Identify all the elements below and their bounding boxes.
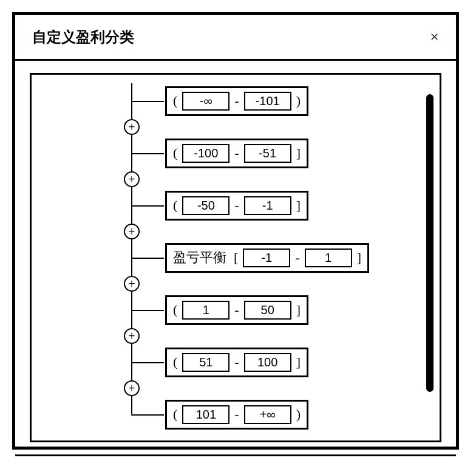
dialog-footer: 取消 确定 bbox=[15, 454, 456, 466]
dialog: 自定义盈利分类 × ( -∞ - -101 ) bbox=[12, 12, 459, 450]
range-box: ( 1 - 50 ] bbox=[165, 295, 308, 325]
close-bracket: ) bbox=[296, 406, 301, 422]
add-range-button[interactable]: + bbox=[124, 328, 140, 344]
open-bracket: ( bbox=[173, 145, 177, 161]
plus-icon: + bbox=[128, 330, 135, 342]
range-to-input[interactable]: 50 bbox=[244, 301, 291, 320]
range-to-input[interactable]: 100 bbox=[244, 353, 291, 372]
tree-connector bbox=[131, 153, 164, 154]
range-tree: ( -∞ - -101 ) + ( -100 - bbox=[107, 83, 413, 432]
range-to-input[interactable]: -101 bbox=[244, 92, 291, 111]
range-from-input[interactable]: 1 bbox=[182, 301, 229, 320]
range-from-input[interactable]: 101 bbox=[182, 405, 229, 424]
range-dash: - bbox=[234, 302, 239, 318]
close-icon[interactable]: × bbox=[430, 28, 439, 46]
add-row: + bbox=[107, 118, 413, 135]
close-bracket: ) bbox=[296, 93, 301, 109]
range-from-input[interactable]: -50 bbox=[182, 196, 229, 215]
add-row: + bbox=[107, 171, 413, 188]
add-range-button[interactable]: + bbox=[124, 380, 140, 396]
range-row-breakeven: 盈亏平衡 [ -1 - 1 ] bbox=[107, 240, 413, 275]
open-bracket: ( bbox=[173, 354, 177, 370]
close-bracket: ] bbox=[296, 197, 301, 213]
range-from-input[interactable]: -1 bbox=[243, 248, 290, 267]
range-row: ( 1 - 50 ] bbox=[107, 292, 413, 327]
range-row: ( -∞ - -101 ) bbox=[107, 83, 413, 118]
dialog-body: ( -∞ - -101 ) + ( -100 - bbox=[15, 61, 456, 454]
range-dash: - bbox=[234, 354, 239, 370]
range-row: ( 51 - 100 ] bbox=[107, 344, 413, 380]
plus-icon: + bbox=[128, 173, 135, 185]
plus-icon: + bbox=[128, 121, 135, 133]
plus-icon: + bbox=[128, 382, 135, 394]
open-bracket: ( bbox=[173, 197, 177, 213]
range-from-input[interactable]: -∞ bbox=[182, 92, 229, 111]
open-bracket: [ bbox=[234, 250, 238, 266]
range-dash: - bbox=[234, 197, 239, 213]
scrollbar-thumb[interactable] bbox=[426, 94, 433, 392]
range-dash: - bbox=[234, 93, 239, 109]
range-box: 盈亏平衡 [ -1 - 1 ] bbox=[165, 243, 369, 273]
open-bracket: ( bbox=[173, 93, 177, 109]
dialog-title: 自定义盈利分类 bbox=[32, 27, 134, 47]
range-box: ( 51 - 100 ] bbox=[165, 348, 308, 377]
plus-icon: + bbox=[128, 225, 135, 238]
range-row: ( -100 - -51 ] bbox=[107, 135, 413, 171]
range-dash: - bbox=[295, 250, 299, 266]
titlebar: 自定义盈利分类 × bbox=[15, 15, 456, 61]
tree-connector bbox=[131, 362, 164, 363]
range-dash: - bbox=[234, 406, 239, 422]
range-to-input[interactable]: +∞ bbox=[244, 405, 291, 424]
close-bracket: ] bbox=[296, 354, 301, 370]
range-box: ( -50 - -1 ] bbox=[165, 191, 308, 221]
add-range-button[interactable]: + bbox=[124, 276, 140, 292]
range-box: ( -∞ - -101 ) bbox=[165, 86, 308, 116]
add-range-button[interactable]: + bbox=[124, 224, 140, 239]
open-bracket: ( bbox=[173, 302, 177, 318]
close-bracket: ] bbox=[296, 302, 301, 318]
range-from-input[interactable]: -100 bbox=[182, 144, 229, 163]
range-box: ( -100 - -51 ] bbox=[165, 139, 308, 168]
tree-connector bbox=[131, 310, 164, 311]
open-bracket: ( bbox=[173, 406, 177, 422]
add-row: + bbox=[107, 327, 413, 344]
close-bracket: ] bbox=[296, 145, 301, 161]
add-range-button[interactable]: + bbox=[124, 171, 140, 187]
close-bracket: ] bbox=[357, 250, 361, 266]
range-box: ( 101 - +∞ ) bbox=[165, 400, 308, 430]
tree-connector bbox=[131, 205, 164, 207]
breakeven-label: 盈亏平衡 bbox=[173, 248, 226, 267]
range-to-input[interactable]: 1 bbox=[305, 248, 352, 267]
add-row: + bbox=[107, 275, 413, 292]
add-range-button[interactable]: + bbox=[124, 119, 140, 135]
tree-connector bbox=[131, 258, 164, 259]
tree-connector bbox=[131, 414, 164, 416]
range-row: ( 101 - +∞ ) bbox=[107, 397, 413, 432]
range-to-input[interactable]: -1 bbox=[244, 196, 291, 215]
add-row: + bbox=[107, 380, 413, 397]
scroll-area: ( -∞ - -101 ) + ( -100 - bbox=[30, 73, 441, 442]
range-dash: - bbox=[234, 145, 239, 161]
add-row: + bbox=[107, 223, 413, 240]
plus-icon: + bbox=[128, 278, 135, 290]
range-row: ( -50 - -1 ] bbox=[107, 188, 413, 223]
range-from-input[interactable]: 51 bbox=[182, 353, 229, 372]
tree-connector bbox=[131, 101, 164, 102]
range-to-input[interactable]: -51 bbox=[244, 144, 291, 163]
